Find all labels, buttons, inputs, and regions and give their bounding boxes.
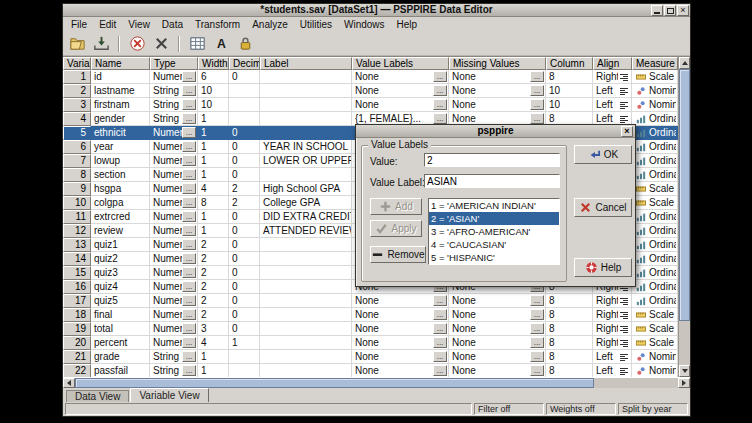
- var-values-cell[interactable]: None...: [352, 98, 449, 112]
- var-measure-cell[interactable]: Nominal: [632, 364, 678, 377]
- var-align-cell[interactable]: Left: [593, 98, 632, 112]
- var-width-cell[interactable]: 1: [198, 224, 229, 238]
- var-decimals-cell[interactable]: 0: [229, 210, 260, 224]
- ellipsis-button[interactable]: ...: [182, 309, 196, 320]
- var-width-cell[interactable]: 2: [198, 238, 229, 252]
- var-decimals-cell[interactable]: 0: [229, 308, 260, 322]
- var-label-cell[interactable]: [260, 168, 352, 182]
- var-values-cell[interactable]: None...: [352, 294, 449, 308]
- row-number-cell[interactable]: 14: [63, 252, 91, 266]
- var-columns-cell[interactable]: 8: [546, 70, 593, 84]
- var-type-cell[interactable]: Numeric...: [150, 140, 198, 154]
- var-type-cell[interactable]: Numeric...: [150, 308, 198, 322]
- var-decimals-cell[interactable]: [229, 84, 260, 98]
- var-type-cell[interactable]: Numeric...: [150, 238, 198, 252]
- column-header-align[interactable]: Align: [593, 57, 632, 70]
- cancel-button[interactable]: Cancel: [574, 198, 632, 217]
- ellipsis-button[interactable]: ...: [182, 169, 196, 180]
- var-missing-cell[interactable]: None...: [449, 84, 546, 98]
- ellipsis-button[interactable]: ...: [182, 197, 196, 208]
- var-width-cell[interactable]: 1: [198, 364, 229, 377]
- var-decimals-cell[interactable]: 0: [229, 266, 260, 280]
- var-measure-cell[interactable]: Ordinal: [632, 210, 678, 224]
- ellipsis-button[interactable]: ...: [433, 351, 447, 362]
- var-label-cell[interactable]: [260, 266, 352, 280]
- var-width-cell[interactable]: 1: [198, 126, 229, 140]
- ellipsis-button[interactable]: ...: [530, 365, 544, 376]
- ellipsis-button[interactable]: ...: [433, 71, 447, 82]
- row-number-cell[interactable]: 18: [63, 308, 91, 322]
- ellipsis-button[interactable]: ...: [182, 127, 196, 138]
- vertical-scroll-thumb[interactable]: [679, 69, 690, 321]
- var-measure-cell[interactable]: Scale: [632, 336, 678, 350]
- ellipsis-button[interactable]: ...: [182, 99, 196, 110]
- var-name-cell[interactable]: quiz5: [91, 294, 150, 308]
- ellipsis-button[interactable]: ...: [433, 309, 447, 320]
- var-label-cell[interactable]: LOWER OR UPPER DIVISION: [260, 154, 352, 168]
- var-missing-cell[interactable]: None...: [449, 350, 546, 364]
- var-width-cell[interactable]: 1: [198, 168, 229, 182]
- column-header-measure[interactable]: Measure: [632, 57, 678, 70]
- var-measure-cell[interactable]: Scale: [632, 182, 678, 196]
- var-decimals-cell[interactable]: 0: [229, 126, 260, 140]
- var-type-cell[interactable]: Numeric...: [150, 70, 198, 84]
- ellipsis-button[interactable]: ...: [182, 71, 196, 82]
- var-values-cell[interactable]: None...: [352, 322, 449, 336]
- menu-windows[interactable]: Windows: [338, 18, 391, 31]
- var-label-cell[interactable]: [260, 126, 352, 140]
- maximize-button[interactable]: [664, 5, 676, 16]
- var-label-cell[interactable]: [260, 308, 352, 322]
- var-decimals-cell[interactable]: 2: [229, 196, 260, 210]
- var-label-cell[interactable]: [260, 252, 352, 266]
- ellipsis-button[interactable]: ...: [182, 295, 196, 306]
- var-type-cell[interactable]: Numeric...: [150, 126, 198, 140]
- value-label-item[interactable]: 1 = 'AMERICAN INDIAN': [429, 199, 559, 212]
- row-number-cell[interactable]: 22: [63, 364, 91, 377]
- tab-data-view[interactable]: Data View: [66, 390, 129, 402]
- var-type-cell[interactable]: String...: [150, 350, 198, 364]
- var-name-cell[interactable]: id: [91, 70, 150, 84]
- var-width-cell[interactable]: 2: [198, 308, 229, 322]
- ellipsis-button[interactable]: ...: [182, 225, 196, 236]
- ellipsis-button[interactable]: ...: [182, 141, 196, 152]
- var-type-cell[interactable]: Numeric...: [150, 322, 198, 336]
- var-width-cell[interactable]: 10: [198, 98, 229, 112]
- var-width-cell[interactable]: 1: [198, 210, 229, 224]
- menu-help[interactable]: Help: [391, 18, 424, 31]
- var-width-cell[interactable]: 1: [198, 112, 229, 126]
- var-name-cell[interactable]: quiz2: [91, 252, 150, 266]
- column-header-width[interactable]: Width: [198, 57, 229, 70]
- var-label-cell[interactable]: [260, 364, 352, 377]
- var-type-cell[interactable]: Numeric...: [150, 294, 198, 308]
- ellipsis-button[interactable]: ...: [433, 85, 447, 96]
- var-columns-cell[interactable]: 8: [546, 350, 593, 364]
- var-type-cell[interactable]: Numeric...: [150, 252, 198, 266]
- value-label-input[interactable]: [424, 174, 560, 188]
- column-header-variab[interactable]: Variab: [63, 57, 91, 70]
- row-number-cell[interactable]: 9: [63, 182, 91, 196]
- var-columns-cell[interactable]: 10: [546, 84, 593, 98]
- menu-data[interactable]: Data: [156, 18, 189, 31]
- var-decimals-cell[interactable]: 1: [229, 336, 260, 350]
- ellipsis-button[interactable]: ...: [433, 365, 447, 376]
- var-align-cell[interactable]: Right: [593, 336, 632, 350]
- var-align-cell[interactable]: Left: [593, 364, 632, 377]
- var-align-cell[interactable]: Left: [593, 84, 632, 98]
- var-name-cell[interactable]: quiz4: [91, 280, 150, 294]
- value-input[interactable]: [424, 153, 560, 167]
- menu-view[interactable]: View: [122, 18, 156, 31]
- var-type-cell[interactable]: Numeric...: [150, 280, 198, 294]
- var-measure-cell[interactable]: Scale: [632, 322, 678, 336]
- close-button[interactable]: ×: [677, 5, 689, 16]
- var-type-cell[interactable]: String...: [150, 364, 198, 377]
- var-align-cell[interactable]: Right: [593, 308, 632, 322]
- column-header-name[interactable]: Name: [91, 57, 150, 70]
- var-decimals-cell[interactable]: 0: [229, 322, 260, 336]
- vertical-scrollbar[interactable]: [678, 57, 690, 377]
- var-type-cell[interactable]: Numeric...: [150, 266, 198, 280]
- var-decimals-cell[interactable]: 2: [229, 182, 260, 196]
- horizontal-scroll-thumb[interactable]: [75, 378, 594, 388]
- var-decimals-cell[interactable]: 0: [229, 238, 260, 252]
- horizontal-scrollbar[interactable]: [63, 377, 690, 388]
- var-measure-cell[interactable]: Nominal: [632, 98, 678, 112]
